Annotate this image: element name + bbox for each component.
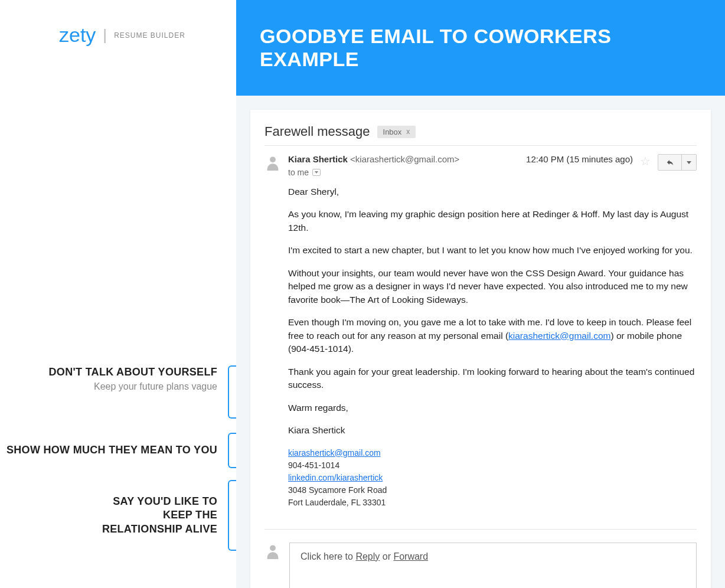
- tip-1: DON'T TALK ABOUT YOURSELF Keep your futu…: [49, 365, 236, 419]
- reply-area: Click here to Reply or Forward: [264, 529, 697, 588]
- brand-sub: RESUME BUILDER: [114, 31, 185, 40]
- closing: Warm regards,: [288, 401, 697, 414]
- paragraph: As you know, I'm leaving my graphic desi…: [288, 208, 697, 234]
- sig-addr1: 3048 Sycamore Fork Road: [288, 485, 387, 495]
- sig-linkedin-link[interactable]: linkedin.com/kiarashertick: [288, 473, 383, 482]
- paragraph: Thank you again for your great leadershi…: [288, 365, 697, 392]
- dropdown-icon[interactable]: [312, 169, 321, 176]
- inbox-badge[interactable]: Inbox x: [377, 126, 416, 138]
- signature-name: Kiara Shertick: [288, 424, 697, 437]
- close-icon[interactable]: x: [406, 128, 410, 136]
- sig-email-link[interactable]: kiarashertick@gmail.com: [288, 448, 381, 458]
- svg-point-1: [270, 545, 276, 551]
- tip-title: SHOW HOW MUCH THEY MEAN TO YOU: [6, 443, 217, 457]
- reply-arrow-icon: [665, 158, 675, 166]
- avatar-icon: [264, 543, 281, 559]
- email-meta: Kiara Shertick <kiarashertick@gmail.com>…: [264, 154, 697, 177]
- email-card: Farewell message Inbox x Kiara Shertick …: [250, 110, 711, 588]
- more-button[interactable]: [682, 155, 696, 170]
- bracket-icon: [228, 433, 236, 468]
- subject-row: Farewell message Inbox x: [264, 124, 697, 146]
- main: GOODBYE EMAIL TO COWORKERS EXAMPLE Farew…: [236, 0, 725, 588]
- forward-link[interactable]: Forward: [393, 551, 428, 561]
- paragraph: I'm excited to start a new chapter, but …: [288, 244, 697, 257]
- to-text: to me: [288, 168, 309, 177]
- reply-button[interactable]: [658, 155, 682, 170]
- reply-link[interactable]: Reply: [355, 551, 380, 561]
- signature-block: kiarashertick@gmail.com 904-451-1014 lin…: [288, 447, 697, 509]
- inbox-label: Inbox: [383, 128, 402, 136]
- email-body: Dear Sheryl, As you know, I'm leaving my…: [288, 185, 697, 509]
- paragraph: Without your insights, our team would ne…: [288, 267, 697, 306]
- reply-controls: [658, 154, 697, 171]
- sig-addr2: Fort Lauderdale, FL 33301: [288, 498, 386, 507]
- caret-down-icon: [687, 161, 691, 164]
- tip-sub: Keep your future plans vague: [49, 381, 217, 392]
- email-time: 12:40 PM (15 minutes ago): [526, 154, 633, 164]
- reply-box[interactable]: Click here to Reply or Forward: [289, 543, 697, 588]
- to-line: to me: [288, 168, 519, 177]
- star-icon[interactable]: ☆: [640, 154, 651, 168]
- brand: zety | RESUME BUILDER: [0, 24, 236, 47]
- tip-2: SHOW HOW MUCH THEY MEAN TO YOU: [6, 433, 236, 468]
- from-line: Kiara Shertick <kiarashertick@gmail.com>: [288, 154, 519, 164]
- tip-title: SAY YOU'D LIKE TO KEEP THE RELATIONSHIP …: [81, 495, 217, 536]
- paragraph: Even though I'm moving on, you gave me a…: [288, 316, 697, 355]
- brand-divider: |: [103, 26, 107, 44]
- avatar-icon: [264, 154, 281, 171]
- greeting: Dear Sheryl,: [288, 185, 697, 198]
- tip-3: SAY YOU'D LIKE TO KEEP THE RELATIONSHIP …: [81, 480, 236, 551]
- from-email: <kiarashertick@gmail.com>: [350, 154, 459, 164]
- email-link[interactable]: kiarashertick@gmail.com: [508, 331, 610, 341]
- email-subject: Farewell message: [264, 124, 370, 139]
- sidebar: zety | RESUME BUILDER DON'T TALK ABOUT Y…: [0, 0, 236, 588]
- banner-title: GOODBYE EMAIL TO COWORKERS EXAMPLE: [236, 0, 725, 96]
- brand-logo: zety: [59, 24, 96, 47]
- tip-title: DON'T TALK ABOUT YOURSELF: [49, 365, 217, 379]
- from-name: Kiara Shertick: [288, 154, 348, 164]
- bracket-icon: [228, 480, 236, 551]
- bracket-icon: [228, 365, 236, 419]
- sig-phone: 904-451-1014: [288, 460, 339, 470]
- svg-point-0: [270, 156, 276, 162]
